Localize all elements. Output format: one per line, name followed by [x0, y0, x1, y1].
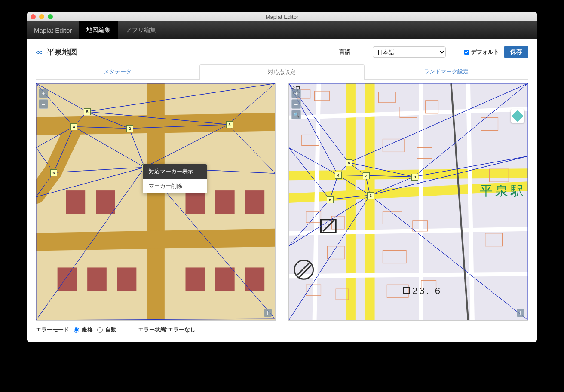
- svg-rect-6: [215, 190, 235, 214]
- right-map-canvas: [289, 83, 528, 320]
- left-attribution-button[interactable]: i: [264, 309, 272, 317]
- svg-rect-33: [383, 139, 404, 152]
- navbar-brand: Maplat Editor: [27, 21, 79, 39]
- svg-rect-40: [383, 251, 406, 263]
- titlebar: Maplat Editor: [27, 12, 537, 21]
- control-point-marker-2[interactable]: 2: [363, 172, 370, 179]
- tab-map-edit[interactable]: 地図編集: [79, 21, 118, 39]
- svg-rect-9: [215, 267, 235, 291]
- station-label: 平泉駅: [480, 182, 526, 200]
- svg-rect-1: [96, 190, 115, 214]
- toolbar: << 平泉地図 言語 日本語 デフォルト 保存: [27, 39, 537, 63]
- control-point-marker-6[interactable]: 6: [50, 169, 57, 176]
- left-zoom-controls: + −: [39, 89, 48, 110]
- control-point-marker-6[interactable]: 6: [327, 196, 334, 203]
- left-map-canvas: [36, 83, 275, 320]
- control-point-marker-3[interactable]: 3: [226, 121, 233, 128]
- zoom-in-button[interactable]: +: [291, 89, 301, 98]
- control-point-marker-5[interactable]: 5: [346, 159, 352, 166]
- elevation-label: 23. 6: [403, 285, 442, 297]
- language-select[interactable]: 日本語: [373, 46, 446, 58]
- svg-rect-8: [186, 267, 205, 291]
- error-mode-auto-radio[interactable]: [97, 327, 103, 333]
- right-attribution-button[interactable]: i: [517, 309, 524, 317]
- app-window: Maplat Editor Maplat Editor 地図編集 アプリ編集 <…: [27, 12, 537, 342]
- default-label: デフォルト: [471, 48, 499, 56]
- window-title: Maplat Editor: [27, 14, 537, 20]
- left-map-pane[interactable]: + − 123456 対応マーカー表示 マーカー削除 i: [36, 83, 276, 321]
- subtab-metadata[interactable]: メタデータ: [36, 64, 199, 80]
- save-button[interactable]: 保存: [504, 46, 528, 58]
- svg-rect-2: [58, 267, 77, 291]
- svg-rect-7: [245, 190, 265, 214]
- zoom-out-button[interactable]: −: [39, 99, 48, 109]
- context-delete-marker[interactable]: マーカー削除: [143, 179, 207, 193]
- error-mode-auto-label: 自動: [105, 326, 116, 334]
- error-state-label: エラー状態:エラーなし: [138, 326, 196, 334]
- subtab-landmarks[interactable]: ランドマーク設定: [365, 64, 528, 80]
- language-label: 言語: [339, 48, 350, 56]
- svg-rect-4: [117, 267, 137, 291]
- back-button[interactable]: <<: [36, 49, 42, 56]
- svg-rect-5: [186, 190, 205, 214]
- maps-container: + − 123456 対応マーカー表示 マーカー削除 i: [27, 83, 537, 321]
- control-point-marker-5[interactable]: 5: [84, 108, 91, 115]
- subtab-control-points[interactable]: 対応点設定: [199, 64, 364, 80]
- svg-rect-29: [379, 92, 396, 103]
- context-show-marker[interactable]: 対応マーカー表示: [143, 164, 207, 179]
- error-mode-strict-label: 厳格: [82, 326, 93, 334]
- right-map-pane[interactable]: + − 🔍 123456 平泉駅 23. 6 沢 i: [288, 83, 528, 321]
- layers-icon: [512, 110, 524, 122]
- svg-marker-55: [370, 156, 528, 320]
- tab-app-edit[interactable]: アプリ編集: [118, 21, 164, 39]
- control-point-marker-2[interactable]: 2: [126, 125, 133, 132]
- subtabs: メタデータ 対応点設定 ランドマーク設定: [36, 64, 528, 80]
- svg-rect-47: [485, 233, 503, 246]
- error-mode-strict-radio[interactable]: [74, 327, 79, 333]
- navbar: Maplat Editor 地図編集 アプリ編集: [27, 21, 537, 39]
- control-point-marker-1[interactable]: 1: [367, 192, 374, 199]
- control-point-marker-4[interactable]: 4: [70, 123, 77, 130]
- svg-rect-35: [306, 212, 321, 223]
- right-zoom-controls: + − 🔍: [291, 89, 301, 121]
- marker-context-menu: 対応マーカー表示 マーカー削除: [143, 164, 207, 193]
- error-mode-label: エラーモード: [36, 326, 69, 334]
- control-point-marker-3[interactable]: 3: [411, 174, 418, 181]
- svg-rect-0: [66, 190, 86, 214]
- footer: エラーモード 厳格 自動 エラー状態:エラーなし: [27, 321, 537, 342]
- zoom-in-button[interactable]: +: [39, 89, 48, 98]
- search-button[interactable]: 🔍: [291, 110, 301, 119]
- page-title: 平泉地図: [47, 47, 78, 57]
- svg-line-52: [323, 220, 334, 231]
- svg-rect-37: [383, 212, 402, 224]
- svg-marker-60: [289, 195, 528, 320]
- control-point-marker-4[interactable]: 4: [335, 172, 342, 179]
- svg-rect-3: [87, 267, 107, 291]
- zoom-out-button[interactable]: −: [291, 99, 301, 109]
- layer-switch-button[interactable]: [511, 109, 524, 123]
- default-checkbox[interactable]: [464, 49, 469, 54]
